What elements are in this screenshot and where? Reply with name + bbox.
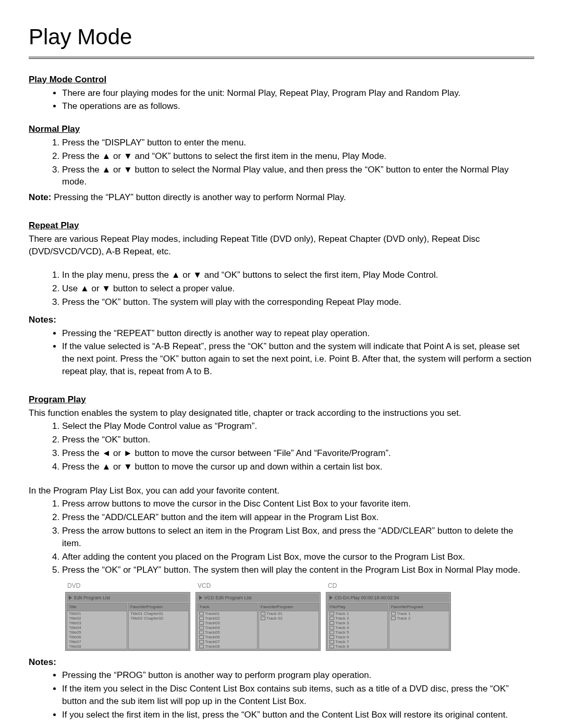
track-icon: [199, 640, 204, 644]
col-header: File/Play: [328, 603, 387, 611]
track-icon: [329, 635, 334, 639]
track-icon: [199, 635, 204, 639]
col-header: Track: [198, 603, 257, 611]
track-icon: [329, 645, 334, 648]
osd-row: Title04: [67, 625, 127, 630]
osd-row: Track 3: [328, 621, 387, 625]
track-icon: [329, 621, 334, 625]
col-header: Favorite/Program: [389, 603, 449, 611]
page-title: Play Mode: [29, 22, 534, 53]
osd-vcd-label: VCD: [195, 582, 321, 590]
osd-right-col: Favorite/Program Track 01 Track 02: [259, 603, 319, 649]
list-item: In the play menu, press the ▲ or ▼ and “…: [62, 269, 534, 281]
list-item: Press the “ADD/CLEAR” button and the ite…: [62, 511, 534, 524]
osd-header: Edit Program List: [67, 594, 189, 602]
osd-row: Track 1: [389, 611, 449, 616]
track-icon: [261, 616, 265, 620]
osd-row: Track08: [198, 644, 257, 649]
track-icon: [329, 631, 334, 634]
repeat-play-intro: There are various Repeat Play modes, inc…: [29, 233, 534, 258]
osd-body: Edit Program List Title Title01 Title02 …: [65, 592, 190, 651]
osd-right-col: Favorite/Program Title01 Chapter01 Title…: [128, 603, 189, 649]
track-icon: [329, 612, 334, 615]
play-icon: [69, 596, 72, 600]
col-header: Favorite/Program: [259, 603, 319, 611]
osd-row: Title08: [67, 644, 127, 649]
list-item: Press arrow buttons to move the cursor i…: [62, 498, 534, 510]
list-item: After adding the content you placed on t…: [62, 551, 534, 563]
normal-play-steps: Press the “DISPLAY” button to enter the …: [29, 137, 534, 188]
repeat-play-notes: Pressing the “REPEAT” button directly is…: [29, 327, 534, 378]
osd-row: Title06: [67, 635, 127, 639]
double-rule: [29, 57, 534, 61]
track-icon: [391, 612, 396, 615]
osd-row: Title02: [67, 616, 127, 621]
section-heading-normal-play: Normal Play: [29, 123, 534, 135]
osd-row: Track 5: [328, 630, 387, 635]
osd-row: Track 01: [259, 611, 319, 616]
osd-row: Track06: [198, 635, 257, 639]
list-item: Press the “OK” button.: [62, 434, 534, 446]
osd-row: Track 1: [328, 611, 387, 616]
osd-row: Track 2: [328, 616, 387, 621]
section-heading-repeat-play: Repeat Play: [29, 219, 534, 232]
play-mode-control-bullets: There are four playing modes for the uni…: [29, 87, 534, 113]
osd-row: Track03: [198, 621, 257, 625]
track-icon: [199, 645, 204, 648]
play-icon: [199, 596, 202, 600]
osd-row: Track 6: [328, 635, 387, 639]
track-icon: [329, 640, 334, 644]
program-play-intro: This function enables the system to play…: [29, 407, 534, 419]
list-item: Pressing the “REPEAT” button directly is…: [62, 327, 534, 340]
list-item: Press the “DISPLAY” button to enter the …: [62, 137, 534, 149]
list-item: The operations are as follows.: [62, 100, 534, 113]
program-play-steps-2: Press arrow buttons to move the cursor i…: [29, 498, 534, 576]
list-item: Press the “OK” or “PLAY” button. The sys…: [62, 564, 534, 576]
list-item: Press the arrow buttons to select an ite…: [62, 525, 534, 550]
osd-right-col: Favorite/Program Track 1 Track 2: [389, 603, 449, 649]
track-icon: [329, 626, 334, 630]
osd-left-col: Title Title01 Title02 Title03 Title04 Ti…: [67, 603, 127, 649]
section-heading-play-mode-control: Play Mode Control: [29, 73, 534, 86]
track-icon: [199, 631, 204, 634]
note-label: Note:: [29, 192, 51, 202]
track-icon: [261, 612, 265, 615]
track-icon: [199, 621, 204, 625]
osd-header-text: VCD Edit Program List: [204, 595, 252, 601]
osd-row: Track 02: [259, 616, 319, 621]
manual-page: Play Mode Play Mode Control There are fo…: [0, 0, 563, 728]
osd-row: Track 7: [328, 639, 387, 644]
osd-row: Title05: [67, 630, 127, 635]
osd-row: Track 2: [389, 616, 449, 621]
notes-label: Notes:: [29, 656, 534, 669]
list-item: If you select the first item in the list…: [62, 709, 534, 721]
list-item: If the value selected is “A-B Repeat”, p…: [62, 340, 534, 377]
osd-row: Track02: [198, 616, 257, 621]
program-play-notes: Pressing the “PROG” button is another wa…: [29, 669, 534, 721]
osd-screenshots-row: DVD Edit Program List Title Title01 Titl…: [65, 582, 534, 651]
list-item: Use ▲ or ▼ button to select a proper val…: [62, 282, 534, 295]
osd-row: Track 8: [328, 644, 387, 649]
track-icon: [199, 612, 204, 615]
osd-row: Track 4: [328, 625, 387, 630]
osd-cd-label: CD: [326, 582, 451, 590]
normal-play-note: Note: Pressing the “PLAY” button directl…: [29, 191, 534, 204]
list-item: There are four playing modes for the uni…: [62, 87, 534, 100]
col-header: Title: [67, 603, 127, 611]
osd-body: VCD Edit Program List Track Track01 Trac…: [195, 592, 321, 651]
list-item: Press the “OK” button. The system will p…: [62, 296, 534, 309]
osd-body: CD-DA Play 00:00:18-00:02:34 File/Play T…: [326, 592, 451, 651]
list-item: Select the Play Mode Control value as “P…: [62, 420, 534, 433]
osd-row: Title01 Chapter01: [129, 611, 188, 616]
osd-left-col: Track Track01 Track02 Track03 Track04 Tr…: [197, 603, 258, 649]
list-item: Press the ▲ or ▼ button to select the No…: [62, 164, 534, 189]
osd-row: Track04: [198, 625, 257, 630]
osd-row: Track01: [198, 611, 257, 616]
osd-row: Track07: [198, 639, 257, 644]
osd-row: Title01: [67, 611, 127, 616]
osd-left-col: File/Play Track 1 Track 2 Track 3 Track …: [327, 603, 388, 649]
program-play-steps-1: Select the Play Mode Control value as “P…: [29, 420, 534, 473]
list-item: Press the ▲ or ▼ button to move the curs…: [62, 461, 534, 473]
osd-vcd: VCD VCD Edit Program List Track Track01 …: [195, 582, 321, 651]
notes-label: Notes:: [29, 314, 534, 326]
